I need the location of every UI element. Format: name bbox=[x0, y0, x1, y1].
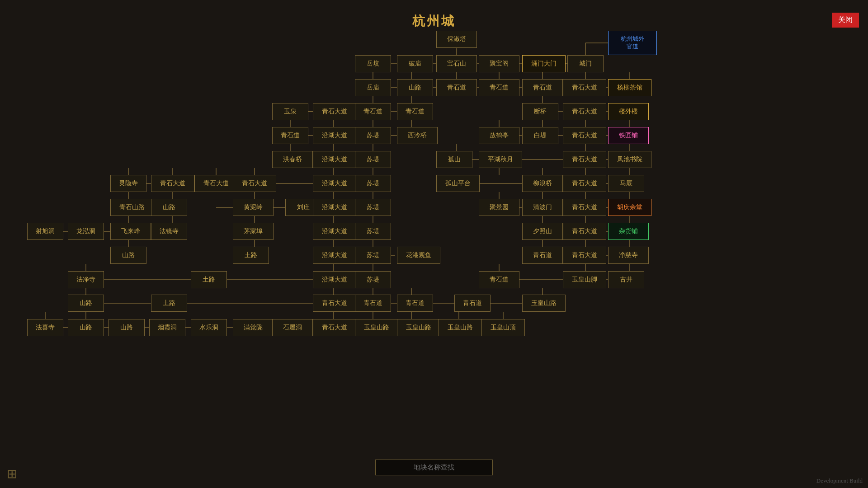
node-sudi1[interactable]: 苏堤 bbox=[355, 127, 391, 144]
node-qingshidao2[interactable]: 青石道 bbox=[479, 79, 519, 96]
node-yuhuangshaniding[interactable]: 玉皇山顶 bbox=[481, 319, 525, 336]
search-input[interactable] bbox=[375, 460, 493, 475]
node-qingshidao9[interactable]: 青石道 bbox=[355, 295, 391, 312]
node-qingshidao6[interactable]: 青石道 bbox=[272, 127, 308, 144]
node-yanhudadao2[interactable]: 沿湖大道 bbox=[313, 151, 356, 168]
node-tulu3[interactable]: 土路 bbox=[151, 295, 187, 312]
node-baoshuta[interactable]: 保淑塔 bbox=[436, 31, 477, 48]
node-fanghetng[interactable]: 放鹤亭 bbox=[479, 127, 519, 144]
node-fahisi[interactable]: 法喜寺 bbox=[27, 319, 63, 336]
node-zahuodian[interactable]: 杂货铺 bbox=[608, 223, 649, 240]
node-yanhudadao6[interactable]: 沿湖大道 bbox=[313, 247, 356, 264]
node-yanhudadao5[interactable]: 沿湖大道 bbox=[313, 223, 356, 240]
node-duanqiao[interactable]: 断桥 bbox=[522, 103, 558, 120]
node-hongchunqiao[interactable]: 洪春桥 bbox=[272, 151, 313, 168]
node-sudi4[interactable]: 苏堤 bbox=[355, 199, 391, 216]
node-yongmendamen[interactable]: 涌门大门 bbox=[522, 55, 566, 72]
node-qingshidadao5[interactable]: 青石大道 bbox=[563, 151, 606, 168]
node-huagangguanyu[interactable]: 花港观鱼 bbox=[397, 247, 440, 264]
node-yuhuangshaniao[interactable]: 玉皇山脚 bbox=[563, 271, 606, 288]
node-yuhuangshanlu2[interactable]: 玉皇山路 bbox=[355, 319, 398, 336]
node-yanhudadao1[interactable]: 沿湖大道 bbox=[313, 127, 356, 144]
node-qingshishan[interactable]: 青石山路 bbox=[110, 199, 154, 216]
node-qingshidao10[interactable]: 青石道 bbox=[397, 295, 433, 312]
node-jingcisi[interactable]: 净慈寺 bbox=[608, 247, 649, 264]
node-qingshidao1[interactable]: 青石道 bbox=[436, 79, 477, 96]
node-yuemiao[interactable]: 岳庙 bbox=[355, 79, 391, 96]
node-qingshidadao10[interactable]: 青石大道 bbox=[563, 199, 606, 216]
node-yanhudadao7[interactable]: 沿湖大道 bbox=[313, 271, 356, 288]
node-yuquan[interactable]: 玉泉 bbox=[272, 103, 308, 120]
node-qingshidadao8[interactable]: 青石大道 bbox=[233, 175, 276, 192]
node-gushan[interactable]: 孤山 bbox=[436, 151, 472, 168]
node-yanhudadao3[interactable]: 沿湖大道 bbox=[313, 175, 356, 192]
node-qingbomen[interactable]: 清波门 bbox=[522, 199, 563, 216]
node-sudi3[interactable]: 苏堤 bbox=[355, 175, 391, 192]
node-jujingyuan[interactable]: 聚景园 bbox=[479, 199, 519, 216]
node-liulangqiao[interactable]: 柳浪桥 bbox=[522, 175, 563, 192]
node-manlongdong[interactable]: 满觉陇 bbox=[233, 319, 274, 336]
node-qingshidadao9[interactable]: 青石大道 bbox=[563, 175, 606, 192]
node-yuhuangshanlu[interactable]: 玉皇山路 bbox=[522, 295, 566, 312]
node-baoshishan[interactable]: 宝石山 bbox=[436, 55, 477, 72]
node-shiwudong[interactable]: 石屋洞 bbox=[272, 319, 313, 336]
node-longhudong[interactable]: 龙泓洞 bbox=[68, 223, 104, 240]
node-qingshidao7[interactable]: 青石道 bbox=[522, 247, 563, 264]
node-shuiledong[interactable]: 水乐洞 bbox=[191, 319, 227, 336]
node-gushanpingtai[interactable]: 孤山平台 bbox=[436, 175, 480, 192]
node-chengmen[interactable]: 城门 bbox=[567, 55, 604, 72]
node-tulu1[interactable]: 土路 bbox=[233, 247, 269, 264]
node-yangliucha[interactable]: 杨柳茶馆 bbox=[608, 79, 651, 96]
node-tiedianpu[interactable]: 铁匠铺 bbox=[608, 127, 649, 144]
node-xizhaoshan[interactable]: 夕照山 bbox=[522, 223, 563, 240]
close-button[interactable]: 关闭 bbox=[832, 13, 859, 28]
node-yanhudadao4[interactable]: 沿湖大道 bbox=[313, 199, 356, 216]
node-hangzhouchengwai[interactable]: 杭州城外 官道 bbox=[608, 31, 657, 55]
node-qingshidadao3[interactable]: 青石大道 bbox=[563, 103, 606, 120]
node-pomiao[interactable]: 破庙 bbox=[397, 55, 433, 72]
node-shanlu6[interactable]: 山路 bbox=[108, 319, 145, 336]
node-shanlu3[interactable]: 山路 bbox=[110, 247, 146, 264]
node-qingshidao11[interactable]: 青石道 bbox=[454, 295, 491, 312]
node-fajingsi2[interactable]: 法净寺 bbox=[68, 271, 104, 288]
node-yanwudong[interactable]: 烟霞洞 bbox=[149, 319, 185, 336]
node-sudi7[interactable]: 苏堤 bbox=[355, 271, 391, 288]
node-sudi2[interactable]: 苏堤 bbox=[355, 151, 391, 168]
node-qingshidadao13[interactable]: 青石大道 bbox=[313, 295, 356, 312]
node-jubaoге[interactable]: 聚宝阁 bbox=[479, 55, 519, 72]
node-qingshidadao11[interactable]: 青石大道 bbox=[563, 223, 606, 240]
node-louwailou[interactable]: 楼外楼 bbox=[608, 103, 649, 120]
node-qingshidadao4[interactable]: 青石大道 bbox=[563, 127, 606, 144]
node-qingshidadao2[interactable]: 青石大道 bbox=[313, 103, 356, 120]
node-sudi5[interactable]: 苏堤 bbox=[355, 223, 391, 240]
node-lingyin[interactable]: 灵隐寺 bbox=[110, 175, 146, 192]
node-qingshidadao7[interactable]: 青石大道 bbox=[194, 175, 238, 192]
node-tulu2[interactable]: 土路 bbox=[191, 271, 227, 288]
node-yuejiao[interactable]: 岳坟 bbox=[355, 55, 391, 72]
node-shexudong[interactable]: 射旭洞 bbox=[27, 223, 63, 240]
node-qingshidadao1[interactable]: 青石大道 bbox=[563, 79, 606, 96]
node-baidi[interactable]: 白堤 bbox=[522, 127, 558, 144]
node-shanlu1[interactable]: 山路 bbox=[397, 79, 433, 96]
node-qingshidadao14[interactable]: 青石大道 bbox=[313, 319, 356, 336]
node-qingshidao4[interactable]: 青石道 bbox=[355, 103, 391, 120]
node-pinghuqiuyue[interactable]: 平湖秋月 bbox=[479, 151, 522, 168]
node-yuhuangshanlu4[interactable]: 玉皇山路 bbox=[439, 319, 482, 336]
node-huangniling[interactable]: 黄泥岭 bbox=[233, 199, 274, 216]
node-maojiabu[interactable]: 茅家埠 bbox=[233, 223, 274, 240]
node-sudi6[interactable]: 苏堤 bbox=[355, 247, 391, 264]
node-feilaifeng[interactable]: 飞来峰 bbox=[110, 223, 151, 240]
node-qingshidadao6[interactable]: 青石大道 bbox=[151, 175, 194, 192]
node-gujing[interactable]: 古井 bbox=[608, 271, 644, 288]
node-qingshidao3[interactable]: 青石道 bbox=[522, 79, 563, 96]
node-qingshidadao12[interactable]: 青石大道 bbox=[563, 247, 606, 264]
node-xilenggiao[interactable]: 西泠桥 bbox=[397, 127, 438, 144]
node-shanlu4[interactable]: 山路 bbox=[68, 295, 104, 312]
node-qingshidao8[interactable]: 青石道 bbox=[479, 271, 519, 288]
node-fajingsi[interactable]: 法镜寺 bbox=[151, 223, 187, 240]
node-yuhuangshanlu3[interactable]: 玉皇山路 bbox=[397, 319, 440, 336]
node-mafang[interactable]: 马厩 bbox=[608, 175, 644, 192]
node-shanlu2[interactable]: 山路 bbox=[151, 199, 187, 216]
node-huqingyu[interactable]: 胡庆余堂 bbox=[608, 199, 651, 216]
node-fengchishuyuan[interactable]: 凤池书院 bbox=[608, 151, 651, 168]
